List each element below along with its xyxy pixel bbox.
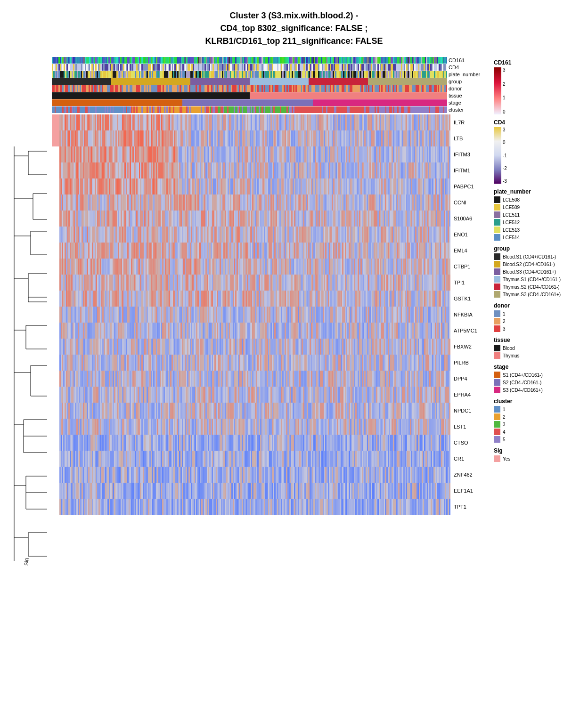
- legend-color-swatch: [494, 291, 500, 298]
- legend-item: Thymus.S3 (CD4-/CD161+): [494, 291, 579, 298]
- heatmap-row-tpi1: TPI1: [59, 275, 489, 291]
- legend-item-label: Thymus.S3 (CD4-/CD161+): [503, 292, 561, 297]
- legend-color-swatch: [494, 318, 500, 324]
- legend-item-label: S2 (CD4-/CD161-): [503, 380, 541, 385]
- sig-cell-eml4: [52, 243, 59, 259]
- legend-item: 5: [494, 436, 579, 443]
- legend-color-swatch: [494, 310, 500, 317]
- heatmap-row-ctso: CTSO: [59, 435, 489, 451]
- sig-cell-epha4: [52, 387, 59, 403]
- legend-item-label: Blood.S1 (CD4+/CD161-): [503, 254, 556, 259]
- gene-label-dpp4: DPP4: [451, 376, 489, 381]
- legend-item: Thymus: [494, 352, 579, 359]
- sig-cell-il7r: [52, 114, 59, 130]
- legend-color-swatch: [494, 455, 500, 462]
- track-row-cluster: cluster: [52, 106, 489, 113]
- gene-label-ctbp1: CTBP1: [451, 264, 489, 269]
- legend-item: 2: [494, 413, 579, 420]
- svg-rect-40: [494, 67, 501, 114]
- heatmap-row-ifitm3: IFITM3: [59, 146, 489, 162]
- legend-color-swatch: [494, 325, 500, 332]
- legend-item: 4: [494, 429, 579, 435]
- legend-item-label: LCE511: [503, 212, 520, 218]
- gene-label-pilrb: PILRB: [451, 360, 489, 365]
- cd161-legend: CD161 3: [494, 59, 579, 114]
- sig-cell-ctbp1: [52, 259, 59, 275]
- heatmap-row-eno1: ENO1: [59, 227, 489, 243]
- gene-label-epha4: EPHA4: [451, 392, 489, 397]
- legend-color-swatch: [494, 227, 500, 233]
- gene-label-znf462: ZNF462: [451, 472, 489, 478]
- legend-item-label: 1: [503, 407, 506, 412]
- legend-item: 1: [494, 406, 579, 413]
- dendrogram-left: Sig: [5, 142, 52, 566]
- sig-cell-eef1a1: [52, 483, 59, 499]
- gene-label-il7r: IL7R: [451, 120, 489, 125]
- gene-label-eef1a1: EEF1A1: [451, 488, 489, 494]
- legend-color-swatch: [494, 211, 500, 218]
- sig-cell-ifitm1: [52, 162, 59, 178]
- legend-color-swatch: [494, 284, 500, 290]
- legend-item: Thymus.S2 (CD4-/CD161-): [494, 284, 579, 290]
- sig-cell-npdc1: [52, 403, 59, 419]
- heatmap-row-atp5mc1: ATP5MC1: [59, 323, 489, 339]
- legend-item-label: 4: [503, 429, 506, 435]
- stage-legend: stage S1 (CD4+/CD161-)S2 (CD4-/CD161-)S3…: [494, 364, 579, 393]
- legend-item: S1 (CD4+/CD161-): [494, 372, 579, 378]
- legend-item: S2 (CD4-/CD161-): [494, 379, 579, 386]
- legend-color-swatch: [494, 204, 500, 211]
- legend-color-swatch: [494, 372, 500, 378]
- sig-cell-tpi1: [52, 275, 59, 291]
- svg-rect-41: [494, 127, 501, 184]
- heatmap-row-ctbp1: CTBP1: [59, 259, 489, 275]
- legend-color-swatch: [494, 276, 500, 283]
- heatmap-row-cr1: CR1: [59, 451, 489, 467]
- legend-color-swatch: [494, 253, 500, 260]
- chart-area: Sig CD161CD4plate_numbergroupdonortissue…: [5, 57, 583, 566]
- legend-item: Blood.S3 (CD4-/CD161+): [494, 268, 579, 275]
- heatmap-row-ltb: LTB: [59, 130, 489, 146]
- heatmap-row-eef1a1: EEF1A1: [59, 483, 489, 499]
- annotation-tracks: CD161CD4plate_numbergroupdonortissuestag…: [52, 57, 489, 113]
- gene-label-lst1: LST1: [451, 424, 489, 429]
- legend-item-label: 2: [503, 414, 506, 420]
- gene-label-atp5mc1: ATP5MC1: [451, 328, 489, 333]
- legend-item: Yes: [494, 455, 579, 462]
- heatmap-row-gstk1: GSTK1: [59, 291, 489, 307]
- tissue-legend-title: tissue: [494, 337, 579, 343]
- heatmap-row-eml4: EML4: [59, 243, 489, 259]
- legend-color-swatch: [494, 379, 500, 386]
- gene-label-pabpc1: PABPC1: [451, 184, 489, 189]
- cd4-legend-title: CD4: [494, 119, 579, 126]
- heatmap-row-ccni: CCNI: [59, 194, 489, 211]
- heatmap-grid: IL7RLTBIFITM3IFITM1PABPC1CCNIS100A6ENO1E…: [59, 114, 489, 515]
- legend-item: LCE509: [494, 204, 579, 211]
- legend-item-label: Yes: [503, 456, 510, 462]
- legend-color-swatch: [494, 268, 500, 275]
- legend-item-label: 1: [503, 311, 506, 316]
- legend-item: Blood: [494, 345, 579, 351]
- tissue-legend: tissue BloodThymus: [494, 337, 579, 359]
- legend-item-label: LCE508: [503, 197, 520, 203]
- heatmap-row-pabpc1: PABPC1: [59, 178, 489, 194]
- legend-item-label: 3: [503, 422, 506, 427]
- legend-color-swatch: [494, 196, 500, 203]
- legend-item-label: 5: [503, 437, 506, 442]
- sig-cell-lst1: [52, 419, 59, 435]
- heatmap-row-dpp4: DPP4: [59, 371, 489, 387]
- main-container: Cluster 3 (S3.mix.with.blood.2) - CD4_to…: [0, 0, 588, 570]
- gene-label-eno1: ENO1: [451, 232, 489, 237]
- sig-cell-cr1: [52, 451, 59, 467]
- legend-item: 2: [494, 318, 579, 324]
- sig-cell-fbxw2: [52, 339, 59, 355]
- gene-label-tpt1: TPT1: [451, 504, 489, 510]
- sig-cell-gstk1: [52, 291, 59, 307]
- legend-color-swatch: [494, 436, 500, 443]
- track-row-stage: stage: [52, 99, 489, 106]
- gene-label-npdc1: NPDC1: [451, 408, 489, 413]
- legend-item: S3 (CD4-/CD161+): [494, 387, 579, 393]
- heatmap-row-lst1: LST1: [59, 419, 489, 435]
- track-row-plate-number: plate_number: [52, 71, 489, 78]
- legend-item-label: Blood.S2 (CD4-/CD161-): [503, 262, 555, 267]
- track-row-tissue: tissue: [52, 92, 489, 99]
